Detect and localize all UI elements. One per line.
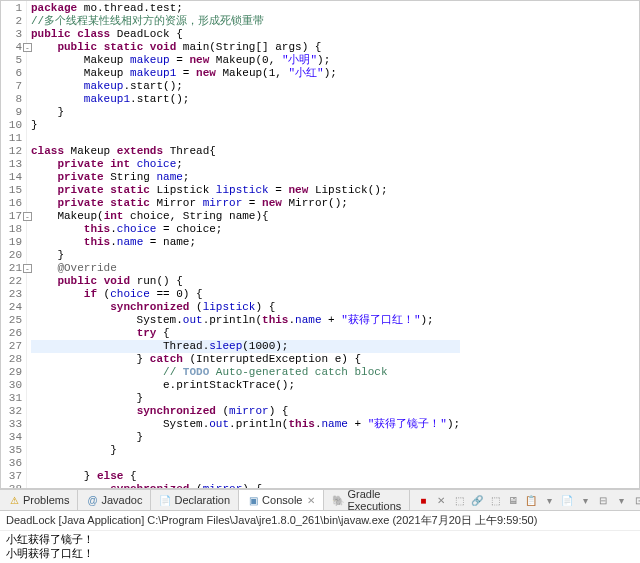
line-number: 7 xyxy=(3,80,22,93)
line-number: 3 xyxy=(3,28,22,41)
line-number: 8 xyxy=(3,93,22,106)
line-number: 10 xyxy=(3,119,22,132)
toolbar-button[interactable]: 📋 xyxy=(524,493,538,507)
tab-javadoc[interactable]: @Javadoc xyxy=(78,490,151,510)
code-line[interactable]: this.choice = choice; xyxy=(31,223,460,236)
code-line[interactable]: } xyxy=(31,249,460,262)
code-line[interactable]: } catch (InterruptedException e) { xyxy=(31,353,460,366)
toolbar-button[interactable]: ▾ xyxy=(542,493,556,507)
line-number: 12 xyxy=(3,145,22,158)
tab-problems[interactable]: ⚠Problems xyxy=(0,490,78,510)
code-line[interactable]: makeup1.start(); xyxy=(31,93,460,106)
tab-icon: @ xyxy=(86,494,98,506)
toolbar-button[interactable]: ⊡ xyxy=(632,493,640,507)
line-number: 31 xyxy=(3,392,22,405)
code-line[interactable]: try { xyxy=(31,327,460,340)
code-line[interactable]: System.out.println(this.name + "获得了口红！")… xyxy=(31,314,460,327)
fold-icon[interactable]: - xyxy=(23,43,32,52)
toolbar-button[interactable]: 🖥 xyxy=(506,493,520,507)
tab-icon: 📄 xyxy=(159,494,171,506)
toolbar-button[interactable]: 📄 xyxy=(560,493,574,507)
code-line[interactable]: public static void main(String[] args) { xyxy=(31,41,460,54)
code-line[interactable]: // TODO Auto-generated catch block xyxy=(31,366,460,379)
tab-label: Problems xyxy=(23,494,69,506)
line-number: 6 xyxy=(3,67,22,80)
tab-label: Javadoc xyxy=(101,494,142,506)
code-editor[interactable]: 1234-567891011121314151617-18192021-2223… xyxy=(0,0,640,489)
tab-icon: ⚠ xyxy=(8,494,20,506)
line-number: 20 xyxy=(3,249,22,262)
toolbar-button[interactable]: ▾ xyxy=(614,493,628,507)
code-line[interactable]: public class DeadLock { xyxy=(31,28,460,41)
tab-gradle-executions[interactable]: 🐘Gradle Executions xyxy=(324,490,410,510)
line-number-gutter: 1234-567891011121314151617-18192021-2223… xyxy=(1,1,27,489)
code-line[interactable]: Thread.sleep(1000); xyxy=(31,340,460,353)
code-line[interactable]: } xyxy=(31,119,460,132)
code-line[interactable]: public void run() { xyxy=(31,275,460,288)
code-line[interactable] xyxy=(31,132,460,145)
line-number: 30 xyxy=(3,379,22,392)
line-number: 35 xyxy=(3,444,22,457)
code-line[interactable]: private static Mirror mirror = new Mirro… xyxy=(31,197,460,210)
code-line[interactable]: private int choice; xyxy=(31,158,460,171)
tab-label: Declaration xyxy=(174,494,230,506)
console-toolbar: ■✕⬚🔗⬚🖥📋▾📄▾⊟▾⊡ xyxy=(410,493,640,507)
toolbar-button[interactable]: ✕ xyxy=(434,493,448,507)
toolbar-button[interactable]: ▾ xyxy=(578,493,592,507)
tab-console[interactable]: ▣Console✕ xyxy=(239,490,324,510)
code-line[interactable]: } else { xyxy=(31,470,460,483)
console-line: 小明获得了口红！ xyxy=(6,547,634,561)
toolbar-button[interactable]: ⬚ xyxy=(488,493,502,507)
tab-declaration[interactable]: 📄Declaration xyxy=(151,490,239,510)
code-line[interactable]: private static Lipstick lipstick = new L… xyxy=(31,184,460,197)
code-line[interactable]: @Override xyxy=(31,262,460,275)
code-line[interactable]: package mo.thread.test; xyxy=(31,2,460,15)
toolbar-button[interactable]: ■ xyxy=(416,493,430,507)
fold-icon[interactable]: - xyxy=(23,264,32,273)
code-line[interactable]: //多个线程某性线相对方的资源，形成死锁重带 xyxy=(31,15,460,28)
code-line[interactable]: private String name; xyxy=(31,171,460,184)
code-line[interactable]: Makeup(int choice, String name){ xyxy=(31,210,460,223)
code-content[interactable]: package mo.thread.test;//多个线程某性线相对方的资源，形… xyxy=(27,1,460,489)
code-line[interactable]: Makeup makeup1 = new Makeup(1, "小红"); xyxy=(31,67,460,80)
line-number: 15 xyxy=(3,184,22,197)
line-number: 24 xyxy=(3,301,22,314)
code-line[interactable]: } xyxy=(31,444,460,457)
line-number: 28 xyxy=(3,353,22,366)
line-number: 16 xyxy=(3,197,22,210)
line-number: 26 xyxy=(3,327,22,340)
tab-label: Console xyxy=(262,494,302,506)
code-line[interactable]: class Makeup extends Thread{ xyxy=(31,145,460,158)
line-number: 9 xyxy=(3,106,22,119)
code-line[interactable]: } xyxy=(31,392,460,405)
code-line[interactable]: Makeup makeup = new Makeup(0, "小明"); xyxy=(31,54,460,67)
code-line[interactable]: makeup.start(); xyxy=(31,80,460,93)
code-line[interactable]: e.printStackTrace(); xyxy=(31,379,460,392)
line-number: 29 xyxy=(3,366,22,379)
code-line[interactable]: this.name = name; xyxy=(31,236,460,249)
fold-icon[interactable]: - xyxy=(23,212,32,221)
toolbar-button[interactable]: ⬚ xyxy=(452,493,466,507)
toolbar-button[interactable]: 🔗 xyxy=(470,493,484,507)
code-line[interactable]: } xyxy=(31,431,460,444)
line-number: 11 xyxy=(3,132,22,145)
close-icon[interactable]: ✕ xyxy=(307,495,315,506)
line-number: 32 xyxy=(3,405,22,418)
code-line[interactable]: } xyxy=(31,106,460,119)
line-number: 13 xyxy=(3,158,22,171)
line-number: 18 xyxy=(3,223,22,236)
toolbar-button[interactable]: ⊟ xyxy=(596,493,610,507)
code-line[interactable]: synchronized (mirror) { xyxy=(31,405,460,418)
code-line[interactable] xyxy=(31,457,460,470)
code-line[interactable]: synchronized (lipstick) { xyxy=(31,301,460,314)
console-launch-title: DeadLock [Java Application] C:\Program F… xyxy=(0,511,640,531)
code-line[interactable]: System.out.println(this.name + "获得了镜子！")… xyxy=(31,418,460,431)
line-number: 37 xyxy=(3,470,22,483)
console-line: 小红获得了镜子！ xyxy=(6,533,634,547)
line-number: 25 xyxy=(3,314,22,327)
code-line[interactable]: if (choice == 0) { xyxy=(31,288,460,301)
console-view: DeadLock [Java Application] C:\Program F… xyxy=(0,511,640,563)
tab-label: Gradle Executions xyxy=(347,488,401,512)
line-number: 34 xyxy=(3,431,22,444)
console-output[interactable]: 小红获得了镜子！小明获得了口红！ xyxy=(0,531,640,563)
